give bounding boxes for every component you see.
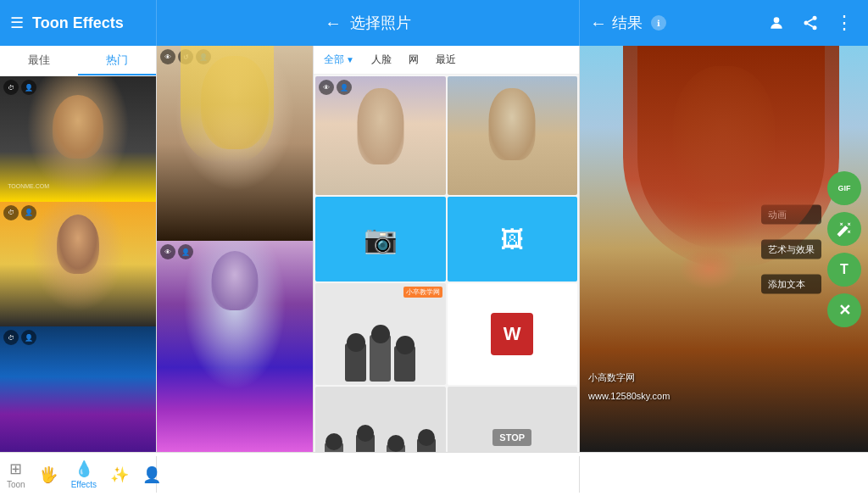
result-image-area: 小高数字网 www.12580sky.com 动画 艺术与效果 添加文本 GIF… <box>580 46 868 452</box>
gif-button[interactable]: GIF <box>827 171 861 205</box>
info-icon[interactable]: ℹ <box>651 15 666 31</box>
meme-site-label: 小卒教学网 <box>403 287 442 298</box>
face-icon: 👁 <box>160 49 175 64</box>
face-icon-s1: 👁 <box>319 80 334 95</box>
mid-panel-title: 选择照片 <box>350 13 411 33</box>
header-left: ☰ Toon Effects <box>0 0 157 46</box>
photo-icons-1: 👁 👤 <box>319 80 352 95</box>
stop-sign: STOP <box>492 429 531 446</box>
watermark-line2: www.12580sky.com <box>588 391 670 401</box>
user-icon-3: 👤 <box>21 330 36 345</box>
header-right: ← 结果 ℹ ⋮ <box>580 0 868 46</box>
camera-button[interactable]: 📷 <box>315 197 446 281</box>
bottom-nav-mid <box>157 456 580 493</box>
timer-icon-3: ⏱ <box>3 330 19 345</box>
wand-button[interactable] <box>827 212 861 246</box>
nav-sparkle[interactable]: ✨ <box>103 462 136 488</box>
thumb-icons-2: ⏱ 👤 <box>3 205 36 220</box>
timer-icon-1: ⏱ <box>3 80 19 95</box>
user-icon-2: 👤 <box>21 205 36 220</box>
thumbnail-3[interactable]: ⏱ 👤 <box>0 326 156 452</box>
person-icon[interactable] <box>763 9 790 36</box>
tab-hot[interactable]: 热门 <box>78 46 156 75</box>
action-buttons-container: GIF T ✕ <box>827 171 861 327</box>
result-column: 小高数字网 www.12580sky.com 动画 艺术与效果 添加文本 GIF… <box>580 46 868 452</box>
bottom-nav-right <box>580 456 868 493</box>
nav-toon[interactable]: ⊞ Toon <box>0 456 32 493</box>
purple-smoke-portrait[interactable]: 👁 👤 <box>157 241 313 452</box>
hand-nav-icon: 🖐 <box>39 465 58 484</box>
bottom-navigation: ⊞ Toon 🖐 💧 Effects ✨ 👤 <box>0 452 868 496</box>
thumb-icons-1: ⏱ 👤 <box>3 80 36 95</box>
camera-icon: 📷 <box>364 223 398 255</box>
person-icon-b: 👤 <box>178 244 193 259</box>
svg-line-4 <box>808 24 813 26</box>
blonde-cartoon[interactable]: 👁 ↺ 👤 <box>157 46 313 241</box>
bottom-nav-panels: ⊞ Toon 🖐 💧 Effects ✨ 👤 <box>0 456 868 493</box>
close-button[interactable]: ✕ <box>827 293 861 327</box>
bottom-nav-left: ⊞ Toon 🖐 💧 Effects ✨ 👤 <box>0 456 157 493</box>
left-column: 最佳 热门 ⏱ 👤 TOONME.COM ⏱ 👤 ⏱ 👤 <box>0 46 157 452</box>
image-grid: 👁 👤 📷 🖼 小卒教学网 <box>314 75 579 452</box>
back-arrow-right[interactable]: ← <box>590 14 607 33</box>
effects-nav-icon: 💧 <box>75 460 93 478</box>
gallery-button[interactable]: 🖼 <box>448 197 578 281</box>
photo-cartoon-2[interactable] <box>448 76 578 195</box>
svg-point-3 <box>813 25 817 30</box>
nav-effects[interactable]: 💧 Effects <box>64 456 103 493</box>
col2a-icons-bottom: 👁 👤 <box>160 244 193 259</box>
timer-icon-2: ⏱ <box>3 205 19 220</box>
add-text-label: 添加文本 <box>761 274 821 293</box>
meme-bottom[interactable] <box>315 387 446 452</box>
nav-toon-label: Toon <box>7 480 25 489</box>
header-mid: ← 选择照片 <box>157 0 580 46</box>
nav-hand[interactable]: 🖐 <box>32 462 64 488</box>
user-icon-1: 👤 <box>21 80 36 95</box>
filter-recent[interactable]: 最近 <box>432 51 459 69</box>
share-icon[interactable] <box>797 9 824 36</box>
svg-point-0 <box>774 17 780 23</box>
thumbnail-2[interactable]: ⏱ 👤 <box>0 202 156 327</box>
svg-line-5 <box>808 19 813 21</box>
tab-best[interactable]: 最佳 <box>0 46 78 75</box>
filter-row: 全部 ▼ 人脸 网 最近 <box>314 46 579 75</box>
header-bar: ☰ Toon Effects ← 选择照片 ← 结果 ℹ ⋮ <box>0 0 868 46</box>
second-column: 👁 ↺ 👤 👁 👤 <box>157 46 314 452</box>
main-content: 最佳 热门 ⏱ 👤 TOONME.COM ⏱ 👤 ⏱ 👤 <box>0 46 868 452</box>
toon-nav-icon: ⊞ <box>9 460 22 478</box>
hamburger-icon[interactable]: ☰ <box>10 14 24 32</box>
stop-tile[interactable]: STOP <box>448 387 578 452</box>
meme-tile[interactable]: 小卒教学网 <box>315 283 446 385</box>
thumb-icons-3: ⏱ 👤 <box>3 330 36 345</box>
svg-point-2 <box>804 21 809 25</box>
photo-picker-column: 全部 ▼ 人脸 网 最近 👁 👤 📷 <box>314 46 580 452</box>
filter-face[interactable]: 人脸 <box>368 51 395 69</box>
gallery-icon: 🖼 <box>500 226 524 254</box>
text-button[interactable]: T <box>827 253 861 287</box>
result-title: 结果 <box>612 13 643 33</box>
svg-point-1 <box>813 16 817 20</box>
thumbnail-1[interactable]: ⏱ 👤 TOONME.COM <box>0 76 156 202</box>
more-icon[interactable]: ⋮ <box>831 9 858 36</box>
back-arrow-mid[interactable]: ← <box>325 14 342 33</box>
nav-effects-label: Effects <box>71 480 97 489</box>
wps-logo: W <box>491 313 533 355</box>
user-icon-s1: 👤 <box>337 80 352 95</box>
tab-row: 最佳 热门 <box>0 46 156 76</box>
filter-web[interactable]: 网 <box>405 51 422 69</box>
right-header-icons: ⋮ <box>763 9 858 36</box>
filter-all[interactable]: 全部 ▼ <box>320 51 358 69</box>
app-title: Toon Effects <box>32 14 124 32</box>
face-icon-b: 👁 <box>160 244 175 259</box>
watermark-line1: 小高数字网 <box>588 371 635 384</box>
photo-selfie-1[interactable]: 👁 👤 <box>315 76 446 195</box>
sparkle-nav-icon: ✨ <box>110 465 129 484</box>
wps-tile[interactable]: W <box>448 283 578 385</box>
